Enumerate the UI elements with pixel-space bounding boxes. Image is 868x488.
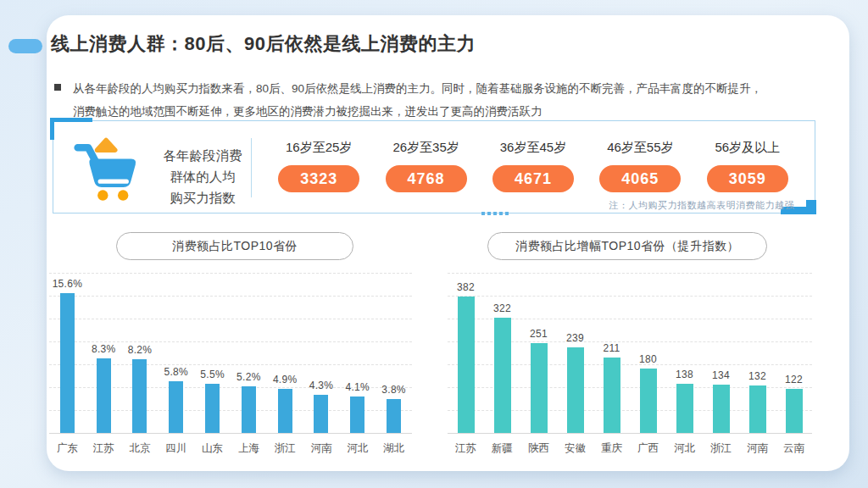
bar-value-label: 15.6% (53, 278, 83, 290)
purchasing-power-panel: 各年龄段消费 群体的人均 购买力指数 16岁至25岁 3323 26岁至35岁 … (53, 120, 815, 214)
bar (278, 389, 292, 433)
age-group-item: 16岁至25岁 3323 (265, 140, 372, 192)
x-axis-label: 重庆 (593, 441, 630, 456)
bar-column: 4.3% (303, 380, 340, 433)
chart-plot-area: 382322251239211180138134132122 (448, 273, 812, 434)
x-axis-label: 河南 (303, 441, 340, 456)
age-groups-row: 16岁至25岁 3323 26岁至35岁 4768 36岁至45岁 4671 4… (265, 140, 801, 192)
bar-value-label: 3.8% (381, 384, 406, 396)
body-line-2: 消费触达的地域范围不断延伸，更多地区的消费潜力被挖掘出来，迸发出了更高的消费活跃… (73, 105, 542, 118)
index-value-pill: 4065 (599, 165, 681, 192)
bar-value-label: 211 (603, 342, 620, 354)
bar (242, 386, 256, 433)
bar-value-label: 122 (785, 374, 803, 385)
bar-column: 5.8% (158, 366, 194, 433)
bar (531, 343, 548, 433)
body-paragraph: 从各年龄段的人均购买力指数来看，80后、90后依然是线上消费的主力。同时，随着基… (73, 77, 836, 123)
bar (314, 395, 328, 433)
index-value-pill: 3323 (278, 165, 359, 192)
age-group-label: 46岁至55岁 (607, 140, 673, 156)
x-axis-labels: 江苏新疆陕西安徽重庆广西河北浙江河南云南 (448, 434, 812, 456)
x-axis-label: 河北 (339, 441, 376, 456)
gridline (49, 319, 412, 319)
body-line-1: 从各年龄段的人均购买力指数来看，80后、90后依然是线上消费的主力。同时，随着基… (73, 82, 762, 95)
x-axis-label: 陕西 (520, 441, 557, 456)
bar-column: 122 (776, 374, 812, 433)
bar (458, 297, 475, 433)
slide: 线上消费人群：80后、90后依然是线上消费的主力 从各年龄段的人均购买力指数来看… (0, 0, 868, 488)
x-axis-label: 河北 (666, 441, 703, 456)
bar-value-label: 322 (493, 302, 511, 314)
bar-value-label: 132 (748, 370, 766, 382)
bar-value-label: 5.5% (200, 369, 225, 380)
bar-value-label: 4.9% (273, 374, 298, 385)
shopping-cart-icon (72, 135, 145, 204)
footnote: 注：人均购买力指数越高表明消费能力越强 (609, 199, 795, 212)
bar-value-label: 251 (530, 328, 548, 340)
x-axis-label: 河南 (739, 441, 776, 456)
bar-column: 322 (484, 302, 520, 433)
bar (387, 399, 401, 433)
age-group-label: 26岁至35岁 (392, 140, 459, 156)
x-axis-label: 湖北 (376, 441, 412, 456)
index-value-pill: 4768 (386, 165, 467, 192)
bar (749, 385, 766, 433)
bar (567, 347, 584, 433)
bar (350, 396, 364, 433)
bar (97, 358, 111, 433)
bar (132, 359, 147, 433)
x-axis-label: 江苏 (86, 441, 122, 456)
bar (713, 385, 730, 433)
bar (60, 293, 75, 433)
gridline (49, 296, 412, 297)
x-axis-label: 新疆 (484, 441, 520, 456)
x-axis-label: 浙江 (703, 441, 739, 456)
age-group-label: 36岁至45岁 (500, 140, 566, 156)
bullet-square-icon (54, 84, 61, 91)
age-group-item: 26岁至35岁 4768 (373, 140, 480, 192)
bar-value-label: 8.3% (92, 343, 116, 355)
bar-column: 3.8% (376, 384, 412, 433)
bar (169, 381, 183, 433)
x-axis-labels: 广东江苏北京四川山东上海浙江河南河北湖北 (49, 434, 412, 456)
bar-column: 15.6% (49, 278, 86, 433)
x-axis-label: 江苏 (448, 441, 484, 456)
gridline (49, 273, 412, 274)
index-value-pill: 4671 (492, 165, 574, 192)
bar-value-label: 5.8% (164, 366, 189, 378)
bar-column: 8.3% (86, 343, 122, 433)
age-group-item: 46岁至55岁 4065 (587, 140, 693, 192)
x-axis-label: 山东 (194, 441, 231, 456)
bar-value-label: 4.1% (345, 381, 370, 393)
bar-value-label: 239 (566, 332, 584, 344)
bar-column: 132 (739, 370, 776, 433)
chart-plot-area: 15.6%8.3%8.2%5.8%5.5%5.2%4.9%4.3%4.1%3.8… (49, 273, 412, 434)
bar-column: 5.5% (194, 369, 231, 433)
bar (786, 389, 803, 433)
bar-value-label: 134 (712, 369, 730, 381)
x-axis-label: 广东 (49, 441, 86, 456)
border-dots-decoration (481, 212, 509, 215)
age-group-item: 56岁及以上 3059 (694, 140, 801, 192)
bar-column: 4.1% (339, 381, 376, 433)
bar-value-label: 8.2% (128, 344, 153, 356)
age-group-label: 56岁及以上 (715, 140, 780, 156)
bar-value-label: 180 (639, 353, 657, 365)
bar-column: 8.2% (122, 344, 159, 433)
bar-column: 138 (666, 369, 703, 433)
bar-column: 211 (593, 342, 630, 433)
bar-column: 4.9% (267, 374, 303, 433)
bar-value-label: 5.2% (236, 371, 261, 383)
bar-column: 134 (703, 369, 739, 433)
bar-column: 5.2% (231, 371, 267, 433)
x-axis-label: 安徽 (557, 441, 593, 456)
chart-title-growth-index: 消费额占比增幅TOP10省份（提升指数） (487, 232, 767, 260)
age-group-label: 16岁至25岁 (286, 140, 352, 156)
bar-column: 239 (557, 332, 593, 433)
bar-value-label: 4.3% (309, 380, 334, 391)
bar-chart-consumption-share: 15.6%8.3%8.2%5.8%5.5%5.2%4.9%4.3%4.1%3.8… (49, 273, 412, 456)
index-value-pill: 3059 (707, 165, 788, 192)
bar-column: 251 (520, 328, 557, 433)
bar (640, 369, 657, 433)
bar (494, 318, 511, 433)
